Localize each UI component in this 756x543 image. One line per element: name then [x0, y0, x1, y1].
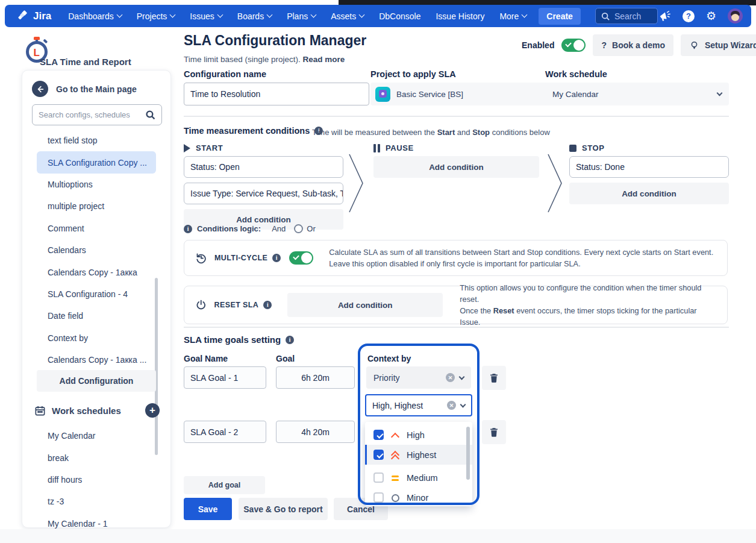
nav-menu-item[interactable]: Assets: [331, 11, 364, 21]
config-name-input[interactable]: [184, 83, 369, 105]
help-icon[interactable]: ?: [683, 10, 695, 22]
or-label: Or: [307, 224, 315, 233]
goal-name-input-1[interactable]: [184, 366, 266, 389]
multi-cycle-toggle[interactable]: [289, 251, 313, 265]
reset-desc-text: Once the: [460, 306, 493, 315]
create-button[interactable]: Create: [539, 8, 581, 25]
nav-menu-item[interactable]: Issues: [190, 11, 222, 21]
stop-condition-1[interactable]: Status: Done: [569, 156, 729, 178]
sidebar-config-item[interactable]: Calendars Copy - 1акка: [22, 261, 172, 283]
sidebar-config-item[interactable]: SLA Configuration - 4: [22, 283, 172, 305]
schedule-list: My Calendarbreakdiff hourstz -3My Calend…: [22, 425, 172, 535]
info-icon[interactable]: i: [286, 336, 294, 344]
sidebar-config-item[interactable]: Multioptions: [22, 174, 172, 195]
clear-icon[interactable]: ✕: [447, 401, 456, 410]
logic-and-option[interactable]: And: [272, 224, 286, 233]
add-goal-button[interactable]: Add goal: [184, 476, 265, 494]
goal-value-input-2[interactable]: [276, 421, 355, 443]
start-condition-1[interactable]: Status: Open: [184, 156, 343, 178]
nav-menu-item[interactable]: Projects: [137, 11, 175, 21]
goal-name-column-label: Goal Name: [184, 354, 228, 363]
schedule-select[interactable]: My Calendar: [545, 83, 729, 105]
read-more-link[interactable]: Read more: [303, 55, 345, 64]
svg-text:L: L: [34, 47, 40, 58]
context-by-value: Priority: [373, 373, 400, 383]
goal-name-input-2[interactable]: [184, 421, 266, 443]
sidebar-config-item[interactable]: Date field: [22, 305, 172, 327]
nav-menu-item[interactable]: Boards: [237, 11, 272, 21]
save-button[interactable]: Save: [184, 498, 232, 520]
checkbox[interactable]: [373, 472, 384, 483]
nav-menu-item[interactable]: More: [499, 11, 526, 21]
radio-or[interactable]: [294, 224, 303, 233]
sidebar-schedule-item[interactable]: tz -3: [22, 491, 172, 512]
checkbox[interactable]: [373, 450, 384, 460]
logic-or-option[interactable]: Or: [294, 224, 315, 233]
nav-menu-item[interactable]: Plans: [287, 11, 316, 21]
info-icon[interactable]: i: [263, 301, 272, 309]
sidebar-config-item[interactable]: multiple project: [22, 195, 172, 217]
project-value: Basic Service [BS]: [396, 90, 463, 99]
context-by-column-label: Context by: [367, 354, 411, 363]
delete-goal-button-2[interactable]: [482, 420, 506, 444]
enabled-label: Enabled: [522, 40, 554, 50]
pause-add-condition-button[interactable]: Add condition: [373, 156, 539, 178]
priority-icon: [390, 450, 400, 460]
priority-options: High Highest Medium Minor: [365, 425, 472, 506]
play-icon: [184, 144, 190, 152]
and-label: And: [272, 224, 286, 233]
nav-menu-item[interactable]: Dashboards: [68, 11, 122, 21]
priority-option[interactable]: Medium: [365, 468, 472, 488]
delete-goal-button-1[interactable]: [482, 366, 506, 390]
jira-mark-icon: [17, 10, 29, 22]
priority-option[interactable]: Minor: [365, 488, 472, 506]
context-by-select[interactable]: Priority ✕: [366, 366, 471, 389]
global-search[interactable]: Search: [595, 8, 658, 24]
save-go-report-button[interactable]: Save & Go to report: [239, 498, 328, 520]
stop-add-condition-button[interactable]: Add condition: [569, 183, 729, 204]
stop-column-header: STOP: [569, 143, 605, 152]
clear-icon[interactable]: ✕: [446, 373, 455, 382]
sidebar-config-item[interactable]: text field stop: [22, 130, 172, 151]
start-column-header: START: [184, 143, 223, 152]
megaphone-icon[interactable]: [658, 10, 671, 23]
gear-icon[interactable]: ⚙: [706, 10, 716, 22]
sidebar-schedule-item[interactable]: diff hours: [22, 469, 172, 491]
sidebar-config-item[interactable]: SLA Configuration Copy ...: [37, 151, 156, 173]
dropdown-scrollbar[interactable]: [466, 427, 470, 480]
checkbox[interactable]: [373, 492, 384, 503]
sidebar-search-input[interactable]: [39, 110, 145, 119]
book-demo-button[interactable]: ? Book a demo: [593, 34, 673, 56]
project-label: Project to apply SLA: [370, 69, 456, 79]
nav-menu-item[interactable]: Issue History: [436, 11, 484, 21]
jira-logo[interactable]: Jira: [17, 10, 51, 22]
start-condition-2[interactable]: Issue Type: Service Request, Sub-task, T…: [184, 183, 343, 204]
setup-wizard-button[interactable]: Setup Wizard: [681, 34, 756, 56]
info-icon[interactable]: i: [184, 225, 192, 233]
goal-value-input-1[interactable]: [276, 366, 355, 389]
reset-add-condition-button[interactable]: Add condition: [287, 293, 443, 317]
nav-menu-item[interactable]: DbConsole: [379, 11, 420, 21]
sidebar-config-item[interactable]: Calendars Copy - 1акка ...: [22, 349, 172, 371]
sidebar-schedule-item[interactable]: My Calendar: [22, 425, 172, 447]
info-icon[interactable]: i: [272, 254, 281, 262]
sidebar-schedule-item[interactable]: break: [22, 447, 172, 468]
priority-option[interactable]: Highest: [365, 445, 472, 465]
checkbox[interactable]: [373, 430, 384, 440]
enabled-toggle[interactable]: [561, 39, 586, 52]
sidebar-config-item[interactable]: Comment: [22, 218, 172, 239]
sidebar-config-item[interactable]: Context by: [22, 327, 172, 349]
go-to-main-page[interactable]: Go to the Main page: [32, 81, 137, 97]
multi-cycle-label: MULTI-CYCLE: [214, 254, 267, 262]
add-schedule-button[interactable]: +: [145, 403, 160, 418]
lightbulb-icon: [689, 40, 699, 51]
avatar[interactable]: [728, 8, 743, 24]
chevron-down-icon: [170, 12, 176, 18]
priority-filter-input[interactable]: High, Highest ✕: [365, 394, 472, 416]
top-navbar: Jira Dashboards Projects Issues Boards P…: [5, 5, 751, 27]
add-configuration-button[interactable]: Add Configuration: [37, 370, 156, 392]
subtitle-text: Time limit based (single project).: [184, 55, 301, 64]
priority-option[interactable]: High: [365, 425, 472, 445]
search-icon: [601, 12, 610, 20]
sidebar-config-item[interactable]: Calendars: [22, 239, 172, 261]
